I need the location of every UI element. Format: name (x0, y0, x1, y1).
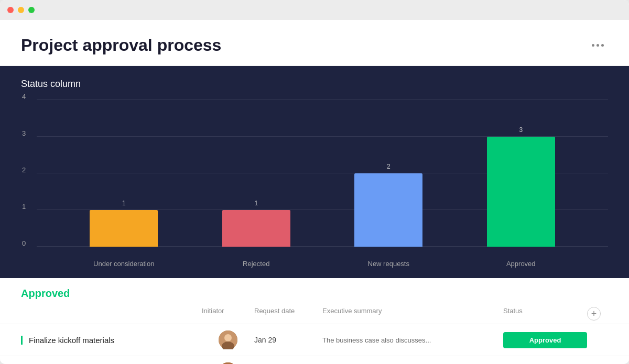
chart-title: Status column (21, 79, 608, 90)
chart-section: Status column 4 3 2 1 0 (0, 66, 629, 278)
bar-label-4: Approved (487, 260, 555, 268)
svg-point-1 (224, 334, 232, 341)
row-1-status: Approved (503, 332, 587, 348)
y-label-0: 0 (22, 239, 26, 247)
avatar-svg-1 (219, 330, 237, 349)
bar-rect-4 (487, 137, 555, 247)
bar-value-4: 3 (519, 126, 523, 134)
table-row: Refine objectives Feb 19 This business c… (0, 356, 629, 364)
y-label-3: 3 (22, 129, 26, 137)
row-1-summary: The business case also discusses... (322, 336, 503, 344)
dot-1 (592, 44, 594, 47)
avatar-1 (219, 330, 237, 349)
add-column-button[interactable]: + (587, 307, 601, 321)
bar-under-consideration: 1 (90, 200, 158, 247)
more-options-button[interactable] (588, 41, 608, 50)
bar-new-requests: 2 (354, 163, 422, 247)
row-1-initiator (202, 330, 254, 349)
col-request-date: Request date (254, 307, 322, 321)
col-initiator: Initiator (202, 307, 254, 321)
dot-3 (601, 44, 604, 47)
close-button[interactable] (7, 7, 14, 13)
bar-label-3: New requests (354, 260, 422, 268)
col-executive-summary: Executive summary (322, 307, 503, 321)
col-name (21, 307, 202, 321)
bars-area: 1 1 2 3 (37, 100, 608, 247)
minimize-button[interactable] (18, 7, 24, 13)
app-window: Project approval process Status column 4… (0, 0, 629, 364)
y-label-1: 1 (22, 202, 26, 210)
titlebar (0, 0, 629, 20)
bar-labels: Under consideration Rejected New request… (37, 260, 608, 268)
bar-rect-1 (90, 210, 158, 247)
section-heading: Approved (0, 278, 629, 304)
bar-rejected: 1 (222, 200, 290, 247)
bar-rect-2 (222, 210, 290, 247)
row-1-name: Finalize kickoff materials (21, 336, 202, 345)
page-title: Project approval process (21, 36, 221, 55)
page-header: Project approval process (0, 20, 629, 66)
y-label-2: 2 (22, 166, 26, 173)
maximize-button[interactable] (28, 7, 35, 13)
bar-rect-3 (354, 173, 422, 247)
col-add: + (587, 307, 608, 321)
bar-approved: 3 (487, 126, 555, 247)
chart-container: 4 3 2 1 0 1 (21, 100, 608, 268)
table-header: Initiator Request date Executive summary… (0, 304, 629, 324)
col-status: Status (503, 307, 587, 321)
bar-label-1: Under consideration (90, 260, 158, 268)
bar-value-2: 1 (254, 200, 258, 207)
bar-label-2: Rejected (222, 260, 290, 268)
bar-value-3: 2 (387, 163, 391, 170)
row-1-date: Jan 29 (254, 336, 322, 344)
y-label-4: 4 (22, 92, 26, 100)
table-row: Finalize kickoff materials Jan 29 The bu… (0, 324, 629, 356)
dot-2 (597, 44, 599, 47)
table-section: Approved Initiator Request date Executiv… (0, 278, 629, 364)
traffic-lights (7, 7, 35, 13)
bar-value-1: 1 (122, 200, 126, 207)
